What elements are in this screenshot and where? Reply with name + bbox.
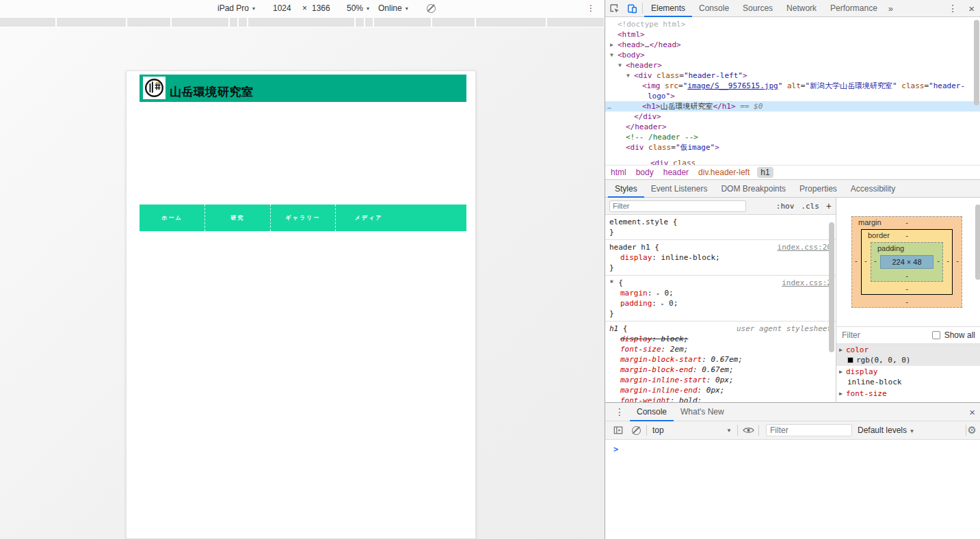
computed-filter-input[interactable]: [842, 330, 910, 340]
stylesheet-link[interactable]: index.css:20: [778, 242, 832, 252]
tab-elements[interactable]: Elements: [644, 0, 692, 17]
tab-performance[interactable]: Performance: [823, 0, 884, 17]
tree-row[interactable]: ▼<div class="header-left">: [605, 70, 980, 81]
devtools-menu-button[interactable]: ⋮: [942, 3, 963, 14]
media-query-segment[interactable]: [547, 18, 604, 27]
padding-top-value[interactable]: -: [892, 244, 895, 252]
breadcrumb-item-header[interactable]: header: [663, 168, 689, 177]
media-query-segment[interactable]: [476, 18, 546, 27]
computed-property[interactable]: ▶font-size: [836, 388, 980, 399]
rule-selector[interactable]: header h1: [609, 243, 650, 252]
log-levels-select[interactable]: Default levels ▼: [858, 425, 914, 435]
expand-arrow-icon[interactable]: ▶: [839, 345, 843, 355]
toggle-class-button[interactable]: .cls: [801, 202, 819, 211]
media-query-segment[interactable]: [374, 18, 431, 27]
margin-bottom-value[interactable]: -: [852, 298, 962, 306]
show-all-checkbox[interactable]: [932, 331, 940, 339]
sidebar-tab-event-listeners[interactable]: Event Listeners: [644, 180, 715, 198]
computed-property[interactable]: ▶colorrgb(0, 0, 0): [836, 344, 980, 366]
expand-arrow-icon[interactable]: ▶: [610, 40, 613, 50]
device-toolbar-toggle-button[interactable]: [623, 0, 641, 16]
drawer-tab-what-s-new[interactable]: What's New: [674, 403, 731, 421]
console-settings-button[interactable]: ⚙: [968, 424, 977, 436]
style-rule[interactable]: user agent stylesheeth1 {display: block;…: [605, 321, 836, 402]
sidebar-tab-accessibility[interactable]: Accessibility: [844, 180, 902, 198]
tree-row[interactable]: <div class="仮image">: [605, 142, 980, 153]
sidebar-tab-properties[interactable]: Properties: [793, 180, 844, 198]
box-model-padding[interactable]: padding - - - - 224 × 48: [871, 242, 943, 282]
dom-tree-scrollbar[interactable]: [974, 18, 979, 163]
device-select[interactable]: iPad Pro▾: [217, 0, 255, 17]
box-model-content[interactable]: 224 × 48: [880, 255, 933, 269]
media-query-segment[interactable]: [127, 18, 170, 27]
execution-context-select[interactable]: top ▼: [648, 423, 736, 437]
media-query-segment[interactable]: [356, 18, 364, 27]
breadcrumb-item-div-header-left[interactable]: div.header-left: [698, 168, 750, 177]
computed-scrollbar[interactable]: [975, 202, 980, 400]
rotate-button[interactable]: [427, 4, 436, 14]
site-logo[interactable]: [143, 77, 165, 99]
expand-arrow-icon[interactable]: ▶: [839, 389, 843, 399]
tree-row[interactable]: ▼<body>: [605, 50, 980, 60]
style-rule[interactable]: element.style {}: [605, 215, 836, 240]
media-query-segment[interactable]: [0, 18, 55, 27]
border-bottom-value[interactable]: -: [862, 285, 952, 293]
tree-row[interactable]: ▼<header>: [605, 60, 980, 70]
style-property[interactable]: font-weight: bold;: [609, 395, 832, 402]
drawer-close-button[interactable]: ×: [964, 406, 980, 418]
rule-selector[interactable]: *: [609, 278, 614, 287]
drawer-menu-button[interactable]: ⋮: [609, 406, 630, 417]
margin-top-value[interactable]: -: [852, 218, 962, 226]
sidebar-tab-styles[interactable]: Styles: [608, 180, 644, 198]
box-model-diagram[interactable]: margin - - - - border - - - - padding -: [836, 198, 980, 326]
padding-bottom-value[interactable]: -: [871, 272, 942, 280]
media-query-segment[interactable]: [172, 18, 228, 27]
media-query-segment[interactable]: [248, 18, 354, 27]
margin-right-value[interactable]: -: [956, 257, 959, 265]
more-tabs-button[interactable]: »: [884, 3, 897, 14]
style-rule[interactable]: index.css:2* {margin: ▸ 0;padding: ▸ 0;}: [605, 276, 836, 321]
margin-left-value[interactable]: -: [855, 257, 858, 265]
tree-row[interactable]: </div>: [605, 111, 980, 122]
toggle-hover-state-button[interactable]: :hov: [776, 202, 795, 211]
rule-selector[interactable]: h1: [609, 324, 618, 333]
stylesheet-link[interactable]: index.css:2: [782, 278, 832, 288]
zoom-select[interactable]: 50%▾: [347, 0, 369, 17]
style-property[interactable]: margin-inline-start: 0px;: [609, 375, 832, 385]
style-property[interactable]: display: inline-block;: [609, 252, 832, 263]
expand-shorthand-icon[interactable]: ▸: [661, 301, 665, 307]
tab-console[interactable]: Console: [692, 0, 736, 17]
media-query-segment[interactable]: [230, 18, 237, 27]
border-left-value[interactable]: -: [864, 257, 867, 265]
tree-row[interactable]: logo">: [605, 91, 980, 101]
breadcrumb-item-html[interactable]: html: [611, 168, 626, 177]
box-model-margin[interactable]: margin - - - - border - - - - padding -: [851, 216, 962, 308]
sidebar-tab-dom-breakpoints[interactable]: DOM Breakpoints: [714, 180, 793, 198]
style-property[interactable]: margin-inline-end: 0px;: [609, 385, 832, 395]
tree-row[interactable]: ▶<head>…</head>: [605, 40, 980, 50]
nav-item-1[interactable]: 研究: [205, 205, 271, 231]
expand-arrow-icon[interactable]: ▶: [839, 367, 843, 377]
style-property[interactable]: display: block;: [609, 334, 832, 344]
box-model-border[interactable]: border - - - - padding - - - - 224 × 4: [861, 229, 953, 295]
console-filter-input[interactable]: [766, 424, 852, 436]
breadcrumb-item-body[interactable]: body: [636, 168, 654, 177]
expand-arrow-icon[interactable]: ▼: [626, 70, 630, 81]
padding-right-value[interactable]: -: [937, 257, 940, 265]
rule-selector[interactable]: element.style: [609, 218, 668, 226]
style-property[interactable]: margin-block-end: 0.67em;: [609, 365, 832, 375]
viewport-width-field[interactable]: 1024: [273, 0, 291, 17]
nav-item-0[interactable]: ホーム: [140, 205, 205, 231]
tree-row[interactable]: <div class: [605, 158, 980, 165]
styles-filter-input[interactable]: [609, 200, 746, 212]
border-right-value[interactable]: -: [946, 257, 949, 265]
media-query-segment[interactable]: [57, 18, 126, 27]
tree-row[interactable]: …<h1>山岳環境研究室</h1> == $0: [605, 101, 980, 111]
drawer-tab-console[interactable]: Console: [630, 403, 674, 421]
new-style-rule-button[interactable]: +: [826, 200, 832, 211]
style-rule[interactable]: index.css:20header h1 {display: inline-b…: [605, 240, 836, 276]
border-top-value[interactable]: -: [862, 231, 952, 239]
breadcrumb-item-h1[interactable]: h1: [757, 167, 773, 178]
computed-property[interactable]: ▶displayinline-block: [836, 366, 980, 388]
expand-arrow-icon[interactable]: ▼: [610, 50, 613, 60]
